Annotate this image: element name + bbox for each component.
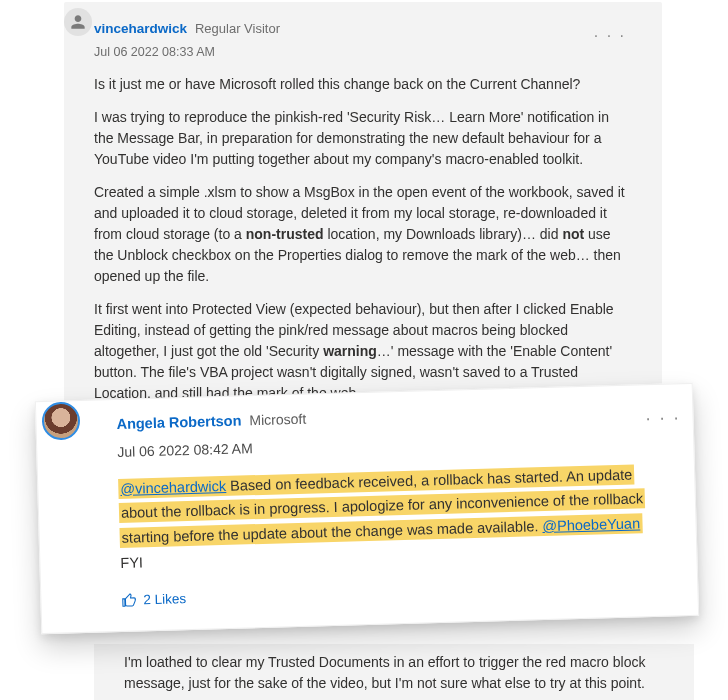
forum-post: vincehardwick Regular Visitor Jul 06 202…: [64, 2, 662, 440]
post-body-paragraph: I'm loathed to clear my Trusted Document…: [94, 644, 694, 700]
post-body-paragraph: I was trying to reproduce the pinkish-re…: [94, 107, 632, 170]
bold-text: non-trusted: [246, 226, 324, 242]
user-mention[interactable]: @PhoebeYuan: [542, 515, 640, 534]
person-icon: [68, 12, 88, 32]
post-body-paragraph: Is it just me or have Microsoft rolled t…: [94, 74, 632, 95]
author-role: Microsoft: [249, 411, 306, 429]
likes-button[interactable]: 2 Likes: [121, 574, 669, 612]
post-timestamp: Jul 06 2022 08:33 AM: [94, 43, 632, 62]
likes-count: 2 Likes: [143, 588, 186, 612]
post-header: vincehardwick Regular Visitor Jul 06 202…: [94, 18, 632, 62]
reply-body: @vincehardwick Based on feedback receive…: [118, 461, 669, 575]
forum-reply: · · · Angela Robertson Microsoft Jul 06 …: [35, 383, 699, 634]
more-options-button[interactable]: · · ·: [594, 24, 626, 48]
post-timestamp: Jul 06 2022 08:42 AM: [117, 425, 665, 464]
author-link[interactable]: vincehardwick: [94, 21, 187, 36]
bold-text: warning: [323, 343, 377, 359]
thumbs-up-icon: [121, 593, 137, 609]
post-header: Angela Robertson Microsoft Jul 06 2022 0…: [116, 397, 665, 465]
avatar[interactable]: [64, 8, 92, 36]
author-link[interactable]: Angela Robertson: [116, 412, 241, 431]
bold-text: not: [562, 226, 584, 242]
post-body-paragraph: Created a simple .xlsm to show a MsgBox …: [94, 182, 632, 287]
user-mention[interactable]: @vincehardwick: [120, 478, 226, 497]
author-role: Regular Visitor: [195, 21, 280, 36]
more-options-button[interactable]: · · ·: [645, 402, 681, 434]
